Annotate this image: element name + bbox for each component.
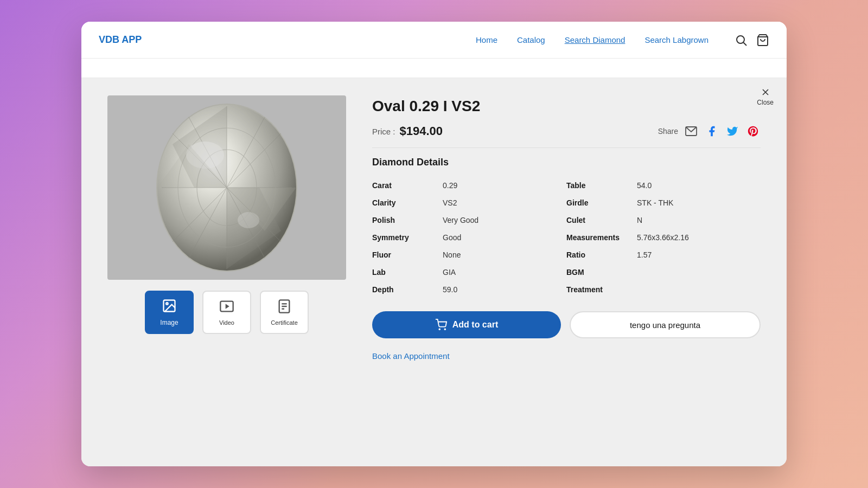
svg-marker-20 xyxy=(226,304,229,309)
detail-polish: Polish Very Good xyxy=(372,211,566,229)
app-window: VDB APP Home Catalog Search Diamond Sear… xyxy=(81,22,787,466)
share-twitter-icon[interactable] xyxy=(725,124,740,139)
share-pinterest-icon[interactable] xyxy=(745,124,761,139)
svg-line-1 xyxy=(744,42,747,46)
thumb-certificate[interactable]: Certificate xyxy=(260,291,309,334)
detail-table: Table 54.0 xyxy=(566,177,761,194)
search-icon[interactable] xyxy=(735,34,748,47)
thumb-image[interactable]: Image xyxy=(145,291,194,334)
price-value: $194.00 xyxy=(400,124,658,138)
action-row: Add to cart tengo una pregunta xyxy=(372,311,761,338)
price-row: Price : $194.00 Share xyxy=(372,124,761,148)
svg-point-0 xyxy=(737,36,744,43)
svg-point-26 xyxy=(439,329,440,330)
nav-catalog[interactable]: Catalog xyxy=(517,35,545,44)
video-thumb-icon xyxy=(219,299,234,317)
add-to-cart-button[interactable]: Add to cart xyxy=(372,311,561,338)
app-logo: VDB APP xyxy=(99,34,142,46)
main-content: Close xyxy=(81,78,787,466)
details-title: Diamond Details xyxy=(372,157,761,168)
svg-point-18 xyxy=(166,303,168,305)
nav-home[interactable]: Home xyxy=(476,35,497,44)
diamond-image xyxy=(107,95,346,280)
left-column: Image Video xyxy=(107,95,346,449)
right-column: Oval 0.29 I VS2 Price : $194.00 Share xyxy=(372,95,761,449)
thumbnail-row: Image Video xyxy=(145,291,309,334)
details-right-col: Table 54.0 Girdle STK - THK Culet N Meas… xyxy=(566,177,761,298)
thumb-image-label: Image xyxy=(160,319,178,326)
detail-bgm: BGM xyxy=(566,264,761,281)
close-label: Close xyxy=(757,99,774,106)
nav-search-diamond[interactable]: Search Diamond xyxy=(565,35,626,44)
detail-culet: Culet N xyxy=(566,211,761,229)
detail-fluor: Fluor None xyxy=(372,246,566,264)
header: VDB APP Home Catalog Search Diamond Sear… xyxy=(81,22,787,59)
diamond-image-container xyxy=(107,95,346,280)
header-icons xyxy=(735,34,769,47)
share-facebook-icon[interactable] xyxy=(704,124,719,139)
nav: Home Catalog Search Diamond Search Labgr… xyxy=(476,35,709,44)
detail-clarity: Clarity VS2 xyxy=(372,194,566,211)
details-left-col: Carat 0.29 Clarity VS2 Polish Very Good … xyxy=(372,177,566,298)
add-to-cart-label: Add to cart xyxy=(452,320,498,330)
price-label: Price : xyxy=(372,127,395,136)
share-label: Share xyxy=(658,127,678,136)
thumb-video[interactable]: Video xyxy=(202,291,251,334)
close-button[interactable]: Close xyxy=(757,87,774,106)
thumb-certificate-label: Certificate xyxy=(271,319,298,326)
share-row: Share xyxy=(658,124,761,139)
image-thumb-icon xyxy=(162,298,177,317)
certificate-thumb-icon xyxy=(277,299,292,317)
diamond-title: Oval 0.29 I VS2 xyxy=(372,98,761,115)
appointment-link[interactable]: Book an Appointment xyxy=(372,351,761,361)
thumb-video-label: Video xyxy=(219,319,234,326)
detail-girdle: Girdle STK - THK xyxy=(566,194,761,211)
detail-lab: Lab GIA xyxy=(372,264,566,281)
sub-header xyxy=(81,59,787,78)
detail-ratio: Ratio 1.57 xyxy=(566,246,761,264)
cart-btn-icon xyxy=(435,319,447,331)
ask-button[interactable]: tengo una pregunta xyxy=(570,311,761,338)
nav-search-labgrown[interactable]: Search Labgrown xyxy=(644,35,709,44)
detail-treatment: Treatment xyxy=(566,281,761,298)
cart-icon[interactable] xyxy=(756,34,769,47)
detail-symmetry: Symmetry Good xyxy=(372,229,566,246)
svg-point-27 xyxy=(444,329,445,330)
diamond-svg xyxy=(140,101,314,274)
details-grid: Carat 0.29 Clarity VS2 Polish Very Good … xyxy=(372,177,761,298)
detail-measurements: Measurements 5.76x3.66x2.16 xyxy=(566,229,761,246)
detail-carat: Carat 0.29 xyxy=(372,177,566,194)
detail-depth: Depth 59.0 xyxy=(372,281,566,298)
share-email-icon[interactable] xyxy=(684,124,699,139)
